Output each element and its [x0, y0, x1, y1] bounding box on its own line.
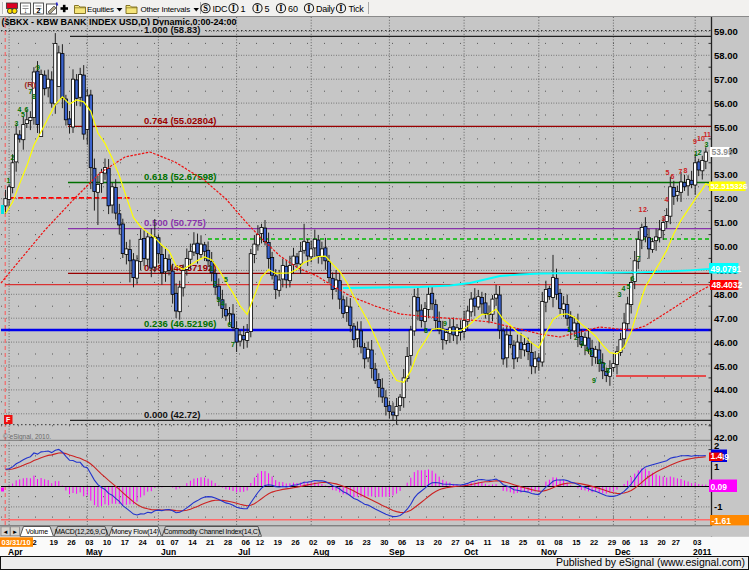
svg-text:-1.61: -1.61: [712, 516, 732, 526]
svg-text:Nov: Nov: [541, 547, 557, 557]
svg-text:18: 18: [501, 538, 509, 547]
svg-text:44.00: 44.00: [714, 384, 738, 395]
svg-text:(R): (R): [25, 80, 36, 89]
svg-text:10: 10: [103, 538, 111, 547]
svg-text:15: 15: [572, 538, 580, 547]
svg-text:11: 11: [704, 131, 712, 138]
svg-text:1: 1: [639, 206, 643, 213]
svg-text:51.00: 51.00: [714, 217, 738, 228]
svg-text:8: 8: [424, 327, 428, 334]
svg-text:59.00: 59.00: [714, 26, 738, 37]
svg-text:48.4032: 48.4032: [712, 280, 743, 290]
svg-text:26: 26: [291, 538, 299, 547]
svg-text:3: 3: [580, 340, 584, 347]
svg-text:7: 7: [231, 341, 235, 348]
svg-text:52.00: 52.00: [714, 193, 738, 204]
svg-text:22: 22: [590, 538, 598, 547]
svg-text:1.000 (58.83): 1.000 (58.83): [144, 24, 201, 35]
svg-text:48.00: 48.00: [714, 289, 738, 300]
svg-text:13: 13: [640, 538, 648, 547]
svg-text:Tick: Tick: [349, 4, 365, 14]
svg-text:8: 8: [32, 93, 36, 100]
svg-text:53.95: 53.95: [712, 147, 734, 157]
svg-text:IDC: IDC: [213, 4, 228, 14]
svg-text:8: 8: [684, 167, 688, 174]
svg-text:53.00: 53.00: [714, 169, 738, 180]
svg-text:Published by eSignal (www.esig: Published by eSignal (www.esignal.com): [556, 556, 745, 568]
svg-text:28: 28: [224, 538, 232, 547]
svg-text:6: 6: [631, 275, 635, 282]
svg-text:30: 30: [380, 538, 388, 547]
svg-text:47.00: 47.00: [714, 313, 738, 324]
svg-text:Daily: Daily: [316, 4, 335, 14]
svg-text:7: 7: [679, 168, 683, 175]
svg-text:1: 1: [210, 265, 214, 272]
svg-text:1: 1: [714, 461, 720, 472]
svg-text:Jun: Jun: [161, 547, 176, 557]
svg-text:© eSignal, 2010.: © eSignal, 2010.: [3, 433, 51, 441]
svg-text:9: 9: [443, 320, 447, 327]
svg-text:1.4: 1.4: [711, 451, 723, 461]
svg-text:2: 2: [643, 206, 647, 213]
svg-text:3: 3: [15, 120, 19, 127]
svg-text:26: 26: [67, 538, 75, 547]
svg-text:Apr: Apr: [8, 547, 23, 557]
svg-text:12: 12: [256, 538, 264, 547]
svg-text:9: 9: [36, 64, 40, 71]
svg-text:Commodity Channel Index(14,C): Commodity Channel Index(14,C): [164, 528, 260, 536]
svg-text:Dec: Dec: [615, 547, 631, 557]
svg-text:►: ►: [12, 529, 18, 535]
svg-text:Money Flow(14): Money Flow(14): [112, 528, 159, 536]
svg-text:21: 21: [206, 538, 214, 547]
svg-text:S: S: [203, 3, 208, 13]
svg-text:May: May: [86, 547, 103, 557]
svg-text:5: 5: [589, 349, 593, 356]
svg-text:Sep: Sep: [389, 547, 405, 557]
svg-text:0.500 (50.775): 0.500 (50.775): [144, 217, 206, 228]
svg-text:7: 7: [637, 255, 641, 262]
svg-text:6: 6: [25, 106, 29, 113]
svg-text:5: 5: [265, 4, 270, 14]
svg-text:6: 6: [671, 173, 675, 180]
svg-text:↓: ↓: [24, 7, 28, 14]
svg-text:60: 60: [288, 4, 298, 14]
svg-text:3: 3: [618, 291, 622, 298]
svg-text:Volume: Volume: [26, 528, 48, 535]
svg-text:19: 19: [274, 538, 282, 547]
svg-text:0.000 (42.72): 0.000 (42.72): [144, 409, 201, 420]
svg-text:27: 27: [672, 538, 680, 547]
svg-text:2: 2: [698, 149, 702, 156]
svg-text:20: 20: [434, 538, 442, 547]
svg-text:46.00: 46.00: [714, 337, 738, 348]
svg-text:4: 4: [221, 300, 225, 307]
svg-text:45.00: 45.00: [714, 361, 738, 372]
svg-text:50.00: 50.00: [714, 241, 738, 252]
svg-text:-1: -1: [714, 501, 723, 512]
svg-text:4: 4: [665, 196, 669, 203]
svg-text:MACD(12,26,9,C): MACD(12,26,9,C): [55, 528, 108, 536]
svg-text:0.764 (55.02804): 0.764 (55.02804): [144, 115, 216, 126]
svg-text:3: 3: [662, 215, 666, 222]
svg-text:14: 14: [188, 538, 197, 547]
svg-text:0.618 (52.67598): 0.618 (52.67598): [144, 171, 216, 182]
svg-text:Other Intervals: Other Intervals: [141, 5, 191, 14]
svg-text:52.515326: 52.515326: [711, 182, 749, 191]
svg-text:2: 2: [11, 154, 15, 161]
svg-text:25: 25: [519, 538, 527, 547]
svg-text:57.00: 57.00: [714, 74, 738, 85]
svg-text:23: 23: [362, 538, 370, 547]
svg-text:56.00: 56.00: [714, 98, 738, 109]
svg-text:2: 2: [574, 334, 578, 341]
svg-text:24: 24: [138, 538, 147, 547]
svg-text:5: 5: [666, 169, 670, 176]
svg-text:2: 2: [213, 280, 217, 287]
svg-text:20: 20: [657, 538, 665, 547]
svg-text:Aug: Aug: [313, 547, 330, 557]
svg-text:9: 9: [592, 377, 596, 384]
svg-text:16: 16: [345, 538, 353, 547]
svg-text:1: 1: [567, 326, 571, 333]
svg-text:2011: 2011: [693, 547, 712, 557]
svg-text:58.00: 58.00: [714, 50, 738, 61]
svg-text:◄: ◄: [3, 529, 9, 535]
svg-text:2: 2: [37, 7, 41, 14]
